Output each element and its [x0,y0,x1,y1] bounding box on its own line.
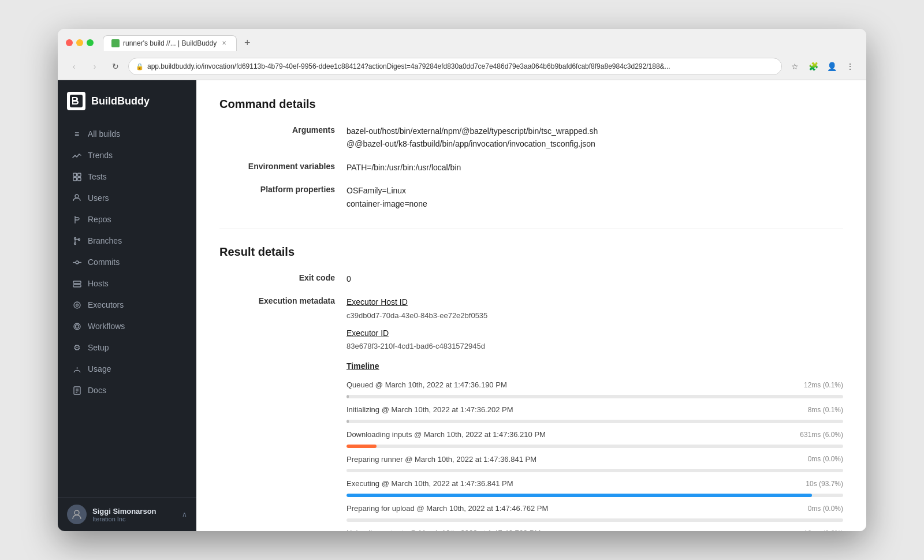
timeline-duration: 19ms (0.2%) [797,528,843,531]
tab-close-button[interactable]: ✕ [220,39,228,47]
arguments-line2: @@bazel-out/k8-fastbuild/bin/app/invocat… [346,139,595,148]
bookmark-icon[interactable]: ☆ [787,58,803,74]
forward-button[interactable]: › [87,58,103,74]
timeline-label: Preparing for upload @ March 10th, 2022 … [346,503,797,515]
setup-icon: ⚙ [72,342,82,353]
usage-icon [72,364,82,374]
timeline-row: Downloading inputs @ March 10th, 2022 at… [346,429,843,441]
sidebar-nav: ≡ All builds Trends Tests [58,121,196,497]
platform-props-line1: OSFamily=Linux [346,186,406,195]
arguments-value: bazel-out/host/bin/external/npm/@bazel/t… [346,125,843,151]
timeline-item: Uploading outputs @ March 10th, 2022 at … [346,528,843,531]
browser-titlebar: runner's build //... | BuildBuddy ✕ + [58,29,866,54]
reload-button[interactable]: ↻ [107,58,124,74]
executor-id-link[interactable]: Executor ID [346,327,843,339]
close-traffic-light[interactable] [66,39,73,46]
env-vars-label: Environment variables [219,161,335,171]
browser-window: runner's build //... | BuildBuddy ✕ + ‹ … [58,29,866,531]
platform-props-line2: container-image=none [346,199,427,208]
svg-rect-3 [73,177,77,181]
lock-icon: 🔒 [136,63,144,70]
arguments-label: Arguments [219,125,335,135]
user-details: Siggi Simonarson Iteration Inc [92,507,176,522]
sidebar-label-executors: Executors [88,300,124,309]
env-vars-value: PATH=/bin:/usr/bin:/usr/local/bin [346,161,843,174]
platform-props-value: OSFamily=Linux container-image=none [346,184,843,210]
active-tab[interactable]: runner's build //... | BuildBuddy ✕ [103,35,237,51]
progress-bar-fill [346,445,377,448]
docs-icon [72,385,82,395]
timeline-label: Downloading inputs @ March 10th, 2022 at… [346,429,797,441]
back-button[interactable]: ‹ [66,58,82,74]
progress-bar-container [346,469,843,472]
timeline-label: Executing @ March 10th, 2022 at 1:47:36.… [346,478,797,490]
timeline-duration: 631ms (6.0%) [797,430,843,440]
timeline-item: Preparing for upload @ March 10th, 2022 … [346,503,843,522]
sidebar-item-branches[interactable]: Branches [62,230,192,251]
executor-host-id-link[interactable]: Executor Host ID [346,296,843,308]
sidebar-item-setup[interactable]: ⚙ Setup [62,337,192,358]
all-builds-icon: ≡ [72,129,82,139]
sidebar-item-commits[interactable]: Commits [62,252,192,272]
progress-bar-container [346,420,843,423]
timeline-duration: 0ms (0.0%) [797,454,843,465]
timeline-duration: 10s (93.7%) [797,479,843,490]
sidebar-item-all-builds[interactable]: ≡ All builds [62,124,192,144]
profile-icon[interactable]: 👤 [824,58,840,74]
svg-point-19 [75,324,79,328]
svg-point-16 [74,302,80,308]
timeline-item: Executing @ March 10th, 2022 at 1:47:36.… [346,478,843,497]
progress-bar-container [346,445,843,448]
traffic-lights [66,39,94,46]
commits-icon [72,257,82,267]
progress-bar-container [346,518,843,522]
user-info[interactable]: Siggi Simonarson Iteration Inc ∧ [67,505,187,524]
address-text: app.buildbuddy.io/invocation/fd69113b-4b… [147,62,774,70]
sidebar-item-tests[interactable]: Tests [62,166,192,187]
svg-rect-4 [77,177,81,181]
timeline-label: Queued @ March 10th, 2022 at 1:47:36.190… [346,379,797,391]
result-details-table: Exit code 0 Execution metadata Executor … [219,272,843,531]
user-org: Iteration Inc [92,516,176,522]
arguments-line1: bazel-out/host/bin/external/npm/@bazel/t… [346,126,598,136]
fullscreen-traffic-light[interactable] [87,39,94,46]
sidebar-item-users[interactable]: Users [62,188,192,208]
svg-point-25 [74,510,79,515]
sidebar-label-usage: Usage [88,364,111,374]
menu-icon[interactable]: ⋮ [842,58,858,74]
trends-icon [72,150,82,160]
sidebar-item-repos[interactable]: Repos [62,209,192,230]
new-tab-button[interactable]: + [239,35,255,51]
minimize-traffic-light[interactable] [76,39,83,46]
sidebar-label-repos: Repos [88,215,111,224]
exit-code-value: 0 [346,272,843,285]
exec-metadata-label: Execution metadata [219,296,335,305]
sidebar: BuildBuddy ≡ All builds Trends [58,80,196,531]
progress-bar-fill [346,420,349,423]
sidebar-label-hosts: Hosts [88,279,109,288]
timeline-duration: 8ms (0.1%) [797,405,843,416]
exit-code-row: Exit code 0 [219,272,843,285]
sidebar-item-docs[interactable]: Docs [62,380,192,401]
timeline-duration: 0ms (0.0%) [797,503,843,514]
timeline-item: Downloading inputs @ March 10th, 2022 at… [346,429,843,448]
hosts-icon [72,278,82,289]
sidebar-item-executors[interactable]: Executors [62,294,192,315]
logo-text: BuildBuddy [91,95,150,107]
executor-host-id-value: c39db0d7-70da-43e0-84b3-ee72e2bf0535 [346,310,843,322]
sidebar-item-hosts[interactable]: Hosts [62,273,192,294]
svg-rect-1 [73,173,77,177]
sidebar-label-commits: Commits [88,257,120,267]
sidebar-item-usage[interactable]: Usage [62,359,192,379]
sidebar-label-all-builds: All builds [88,129,120,139]
timeline-item: Preparing runner @ March 10th, 2022 at 1… [346,454,843,473]
sidebar-item-trends[interactable]: Trends [62,145,192,166]
browser-toolbar: ‹ › ↻ 🔒 app.buildbuddy.io/invocation/fd6… [58,54,866,80]
executor-id-value: 83e678f3-210f-4cd1-bad6-c4831572945d [346,341,843,353]
timeline-title: Timeline [346,360,843,372]
sidebar-item-workflows[interactable]: Workflows [62,316,192,337]
timeline-row: Queued @ March 10th, 2022 at 1:47:36.190… [346,379,843,391]
extension-puzzle-icon[interactable]: 🧩 [805,58,821,74]
timeline-row: Executing @ March 10th, 2022 at 1:47:36.… [346,478,843,490]
address-bar[interactable]: 🔒 app.buildbuddy.io/invocation/fd69113b-… [128,58,782,75]
